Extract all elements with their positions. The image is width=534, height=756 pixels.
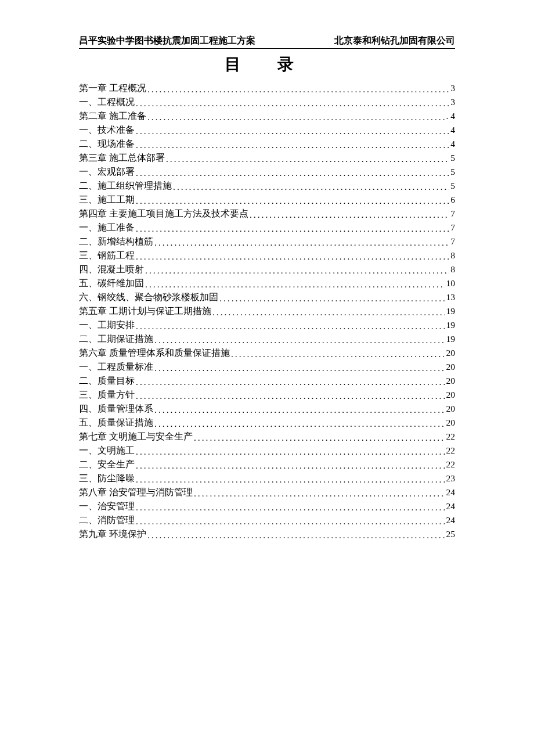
- toc-entry: 四、质量管理体系 20: [79, 404, 455, 418]
- toc-entry-page: 5: [450, 167, 455, 177]
- toc-entry: 一、工期安排19: [79, 321, 455, 334]
- toc-entry-label: 二、施工组织管理措施: [79, 181, 172, 190]
- toc-entry: 五、碳纤维加固10: [79, 279, 455, 293]
- toc-title: 目 录: [58, 53, 476, 75]
- toc-entry: 一、文明施工22: [79, 446, 455, 460]
- toc-entry-page: 19: [446, 307, 456, 316]
- toc-entry-label: 一、治安管理: [79, 502, 135, 511]
- toc-leader-dots: [145, 266, 449, 275]
- toc-leader-dots: [154, 363, 445, 373]
- toc-entry: 三、钢筋工程8: [79, 251, 455, 265]
- toc-entry: 第八章 治安管理与消防管理24: [79, 488, 455, 502]
- toc-entry: 一、施工准备7: [79, 223, 455, 237]
- toc-entry-label: 二、安全生产: [79, 460, 135, 469]
- toc-entry-page: 3: [450, 84, 455, 93]
- toc-entry-page: 8: [450, 265, 455, 274]
- toc-entry-page: 13: [446, 293, 456, 302]
- toc-entry: 第三章 施工总体部署 5: [79, 153, 455, 167]
- toc-leader-dots: [147, 113, 445, 122]
- toc-entry-page: . 4: [446, 111, 456, 121]
- toc-entry: 二、施工组织管理措施 5: [79, 181, 455, 195]
- toc-entry-page: 19: [446, 334, 456, 344]
- toc-entry: 二、现场准备4: [79, 139, 455, 153]
- toc-entry-page: 4: [450, 139, 455, 149]
- toc-leader-dots: [194, 433, 445, 442]
- toc-entry: 三、施工工期6: [79, 195, 455, 209]
- toc-leader-dots: [219, 294, 445, 303]
- toc-leader-dots: [136, 475, 445, 484]
- toc-entry: 第四章 主要施工项目施工方法及技术要点 7: [79, 209, 455, 223]
- toc-entry: 五、质量保证措施 20: [79, 418, 455, 432]
- toc-entry-label: 二、现场准备: [79, 139, 135, 149]
- toc-entry: 六、钢绞线、聚合物砂浆楼板加固13: [79, 293, 455, 307]
- toc-entry: 三、质量方针20: [79, 390, 455, 404]
- toc-entry-label: 二、新增结构植筋: [79, 237, 153, 246]
- toc-leader-dots: [166, 154, 449, 164]
- toc-leader-dots: [136, 517, 445, 526]
- toc-entry-label: 五、碳纤维加固: [79, 279, 144, 288]
- toc-entry-page: 5: [450, 181, 455, 190]
- toc-entry-label: 一、工期安排: [79, 321, 135, 330]
- toc-entry-page: 6: [450, 195, 455, 204]
- toc-entry-page: 23: [446, 474, 456, 483]
- toc-entry: 第六章 质量管理体系和质量保证措施 20: [79, 348, 455, 362]
- toc-entry-page: 20: [446, 390, 456, 399]
- toc-leader-dots: [154, 419, 445, 429]
- toc-leader-dots: [136, 127, 449, 136]
- toc-leader-dots: [145, 280, 445, 289]
- toc-entry-label: 三、施工工期: [79, 195, 135, 204]
- toc-leader-dots: [147, 531, 445, 540]
- toc-entry-label: 五、质量保证措施: [79, 418, 153, 427]
- toc-leader-dots: [154, 336, 445, 345]
- toc-entry-label: 第七章 文明施工与安全生产: [79, 432, 193, 441]
- toc-entry: 第二章 施工准备 . 4: [79, 111, 455, 125]
- toc-leader-dots: [147, 85, 449, 94]
- toc-entry: 第九章 环境保护 25: [79, 530, 455, 543]
- toc-leader-dots: [231, 350, 445, 359]
- toc-entry-page: 19: [446, 321, 456, 330]
- toc-entry: 第一章 工程概况 3: [79, 84, 455, 98]
- toc-leader-dots: [136, 503, 445, 512]
- toc-entry-page: 22: [446, 460, 456, 469]
- toc-entry-label: 三、钢筋工程: [79, 251, 135, 260]
- toc-entry-label: 三、质量方针: [79, 390, 135, 399]
- toc-entry: 第七章 文明施工与安全生产22: [79, 432, 455, 446]
- toc-entry: 一、工程质量标准 20: [79, 362, 455, 376]
- toc-entry-page: 3: [450, 98, 455, 107]
- toc-entry-page: 10: [446, 279, 456, 288]
- toc-leader-dots: [194, 489, 445, 498]
- document-page: 昌平实验中学图书楼抗震加固工程施工方案 北京泰和利钻孔加固有限公司 目 录 第一…: [0, 0, 534, 756]
- toc-entry-label: 第二章 施工准备: [79, 111, 146, 121]
- toc-entry-label: 一、施工准备: [79, 223, 135, 232]
- toc-entry-page: 22: [446, 446, 456, 455]
- toc-entry-page: 20: [446, 404, 456, 413]
- toc-leader-dots: [136, 224, 449, 233]
- toc-entry: 三、防尘降噪23: [79, 474, 455, 488]
- toc-entry: 四、混凝土喷射8: [79, 265, 455, 279]
- header-left: 昌平实验中学图书楼抗震加固工程施工方案: [79, 35, 255, 47]
- toc-entry-page: 24: [446, 516, 456, 525]
- toc-entry-label: 第八章 治安管理与消防管理: [79, 488, 193, 497]
- toc-entry: 二、新增结构植筋 7: [79, 237, 455, 251]
- toc-entry-page: 24: [446, 488, 456, 497]
- toc-leader-dots: [136, 377, 445, 387]
- toc-entry-label: 第三章 施工总体部署: [79, 153, 165, 163]
- toc-entry-page: 5: [450, 153, 455, 163]
- toc-leader-dots: [154, 238, 449, 247]
- toc-entry-label: 三、防尘降噪: [79, 474, 135, 483]
- toc-entry-label: 二、质量目标: [79, 376, 135, 386]
- table-of-contents: 第一章 工程概况 3一、工程概况3第二章 施工准备 . 4一、技术准备4二、现场…: [58, 84, 476, 543]
- toc-entry-label: 第九章 环境保护: [79, 530, 146, 539]
- toc-entry-label: 第五章 工期计划与保证工期措施: [79, 307, 211, 316]
- toc-entry-label: 四、质量管理体系: [79, 404, 153, 413]
- toc-entry-label: 一、宏观部署: [79, 167, 135, 177]
- toc-entry-page: 7: [450, 209, 455, 218]
- header-right: 北京泰和利钻孔加固有限公司: [334, 35, 455, 47]
- toc-leader-dots: [136, 447, 445, 456]
- toc-entry: 二、工期保证措施 19: [79, 334, 455, 348]
- toc-leader-dots: [136, 196, 449, 206]
- toc-leader-dots: [250, 210, 449, 219]
- toc-entry-label: 一、工程概况: [79, 98, 135, 107]
- toc-entry: 二、消防管理24: [79, 516, 455, 530]
- toc-entry-page: 20: [446, 376, 456, 386]
